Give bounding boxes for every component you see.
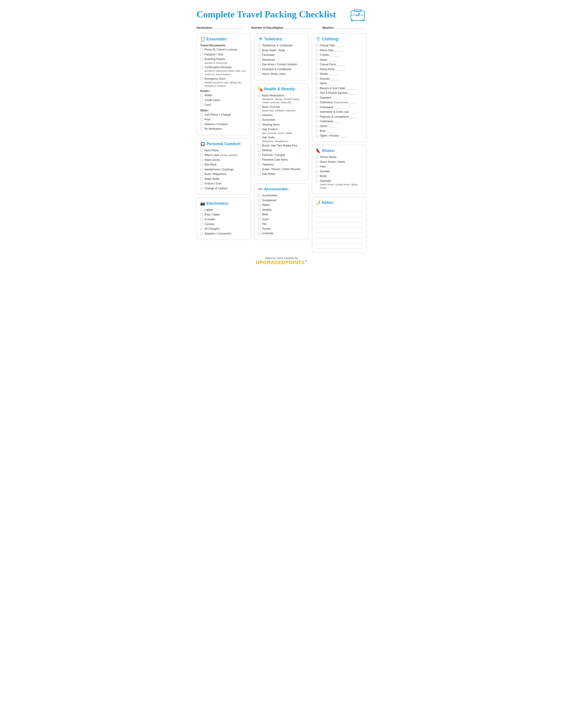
personal-comfort-title: 🎧 Personal Comfort: [200,142,247,146]
checkbox[interactable] [258,118,260,121]
list-item: Brush, Hair Ties, Bobby Pins [258,144,305,148]
checkbox[interactable] [258,94,260,97]
checkbox[interactable] [316,73,319,75]
checkbox[interactable] [258,58,260,61]
checkbox[interactable] [258,114,260,116]
checkbox[interactable] [258,173,260,175]
checkbox[interactable] [258,128,260,131]
checkbox[interactable] [258,144,260,147]
checkbox[interactable] [258,106,260,108]
checkbox[interactable] [316,87,319,90]
checkbox[interactable] [200,173,203,175]
checkbox[interactable] [258,73,260,75]
checkbox[interactable] [316,180,319,182]
checkbox[interactable] [200,94,203,97]
checkbox[interactable] [200,123,203,126]
checkbox[interactable] [258,223,260,225]
checkbox[interactable] [316,129,319,132]
checkbox[interactable] [258,194,260,197]
checkbox[interactable] [200,128,203,130]
checkbox[interactable] [200,232,203,235]
accessories-title: 👓 Accessories: [258,187,305,191]
checkbox[interactable] [200,208,203,211]
checkbox[interactable] [258,63,260,66]
list-item: Confirmation Receipts(printed or electro… [200,66,247,76]
checkbox[interactable] [258,204,260,206]
checkbox[interactable] [200,113,203,116]
checkbox[interactable] [200,223,203,225]
checkbox[interactable] [200,103,203,106]
checkbox[interactable] [316,77,319,80]
checkbox[interactable] [316,120,319,123]
checkbox[interactable] [316,161,319,163]
checkbox[interactable] [258,54,260,56]
checkbox[interactable] [200,58,203,60]
list-item: Laptop [200,208,247,212]
checkbox[interactable] [200,159,203,161]
checkbox[interactable] [258,158,260,161]
checkbox[interactable] [200,227,203,230]
notes-line [316,234,363,238]
list-item: Snacks / Gum [200,182,247,186]
checkbox[interactable] [258,149,260,152]
checkbox[interactable] [258,68,260,71]
checkbox[interactable] [200,213,203,216]
checkbox[interactable] [316,44,319,47]
suitcase-icon: ✈ 🌍 [349,7,367,22]
checkbox[interactable] [200,178,203,180]
checkbox[interactable] [258,123,260,126]
checkbox[interactable] [316,115,319,118]
middle-column: 🚿 Toiletries: Toothbrush & Toothpaste Bo… [254,33,309,240]
checkbox[interactable] [258,163,260,166]
checkbox[interactable] [258,199,260,202]
footer-tagline: Made for savvy travelers by [196,257,367,260]
list-item: Socks ______ [316,124,363,128]
checkbox[interactable] [316,134,319,137]
checkbox[interactable] [258,136,260,139]
checkbox[interactable] [200,99,203,101]
checkbox[interactable] [316,175,319,177]
weather-label: Weather: [322,26,334,29]
checkbox[interactable] [200,187,203,190]
checkbox[interactable] [316,54,319,56]
checkbox[interactable] [200,66,203,69]
checkbox[interactable] [316,58,319,61]
checkbox[interactable] [316,92,319,94]
checkbox[interactable] [200,53,203,56]
footer-brand: UPGRADEDPOINTS™ [196,260,367,265]
checkbox[interactable] [316,111,319,113]
list-item: Swimwear & Cover-Ups ____ [316,110,363,114]
checkbox[interactable] [258,227,260,230]
checkbox[interactable] [200,154,203,156]
checkbox[interactable] [258,168,260,171]
list-item: Boots [316,174,363,178]
checkbox[interactable] [200,182,203,185]
checkbox[interactable] [316,68,319,71]
checkbox[interactable] [200,149,203,152]
checkbox[interactable] [258,218,260,221]
checkbox[interactable] [200,77,203,80]
checkbox[interactable] [316,125,319,128]
checkbox[interactable] [258,213,260,216]
list-item: Basic First Aid(band-aids, antibiotic oi… [258,105,305,113]
checkbox[interactable] [258,232,260,235]
checkbox[interactable] [316,101,319,104]
checkbox[interactable] [316,49,319,52]
checkbox[interactable] [316,170,319,173]
checkbox[interactable] [258,208,260,211]
checkbox[interactable] [316,156,319,158]
checkbox[interactable] [316,63,319,66]
checkbox[interactable] [316,106,319,109]
checkbox[interactable] [200,48,203,51]
checkbox[interactable] [200,218,203,221]
checkbox[interactable] [258,44,260,47]
checkbox[interactable] [200,163,203,166]
checkbox[interactable] [316,96,319,99]
checkbox[interactable] [200,168,203,171]
checkbox[interactable] [258,154,260,156]
left-column: 📋 Essentials: Travel Documents: Photo ID… [196,33,251,240]
checkbox[interactable] [200,118,203,121]
checkbox[interactable] [316,165,319,168]
checkbox[interactable] [258,49,260,52]
checkbox[interactable] [316,82,319,85]
